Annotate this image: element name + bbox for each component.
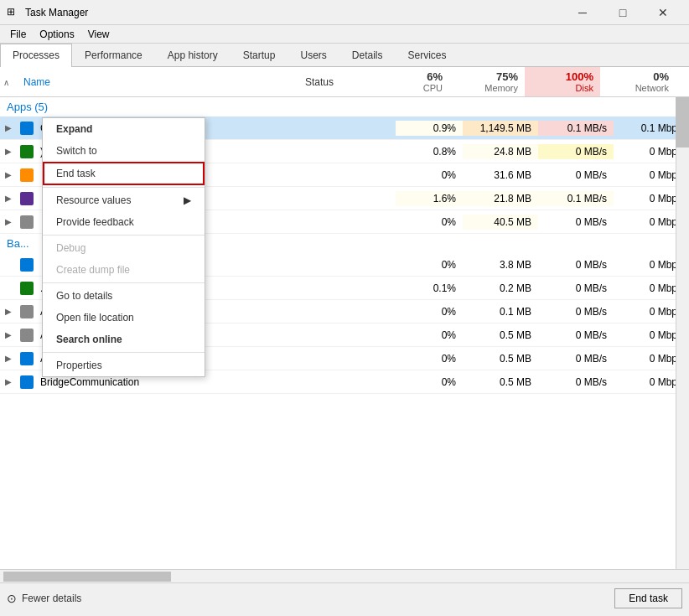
row-status-5 — [312, 220, 396, 224]
ctx-properties[interactable]: Properties — [43, 355, 205, 376]
ctx-open-file-location[interactable]: Open file location — [43, 307, 205, 329]
col-network-pct: 0% — [607, 70, 669, 83]
horizontal-scrollbar[interactable] — [0, 569, 689, 582]
app-icon-svc4 — [20, 375, 34, 389]
ctx-search-online[interactable]: Search online — [43, 329, 205, 350]
col-memory-pct: 75% — [456, 70, 518, 83]
row-disk-3: 0 MB/s — [538, 168, 614, 183]
ctx-provide-feedback[interactable]: Provide feedback — [43, 211, 205, 233]
app-icon: ⊞ — [7, 6, 20, 19]
app-icon-bg1 — [20, 258, 34, 272]
end-task-button[interactable]: End task — [614, 588, 682, 608]
tab-bar: Processes Performance App history Startu… — [0, 44, 689, 67]
row-expander[interactable]: ▶ — [0, 194, 17, 203]
row-status-svc2 — [312, 334, 396, 337]
tab-performance[interactable]: Performance — [72, 44, 155, 66]
ctx-separator-2 — [43, 235, 205, 236]
sort-arrow-col: ∧ — [0, 76, 17, 88]
fewer-details-button[interactable]: ⊙ Fewer details — [7, 592, 81, 605]
row-memory-4: 21.8 MB — [463, 191, 538, 206]
main-content: ∧ Name Status 6% CPU 75% Memory 100% Dis… — [0, 67, 689, 582]
tab-app-history[interactable]: App history — [155, 44, 231, 66]
row-status-2 — [312, 150, 396, 153]
bottom-bar: ⊙ Fewer details End task — [0, 582, 689, 613]
app-icon-svc1 — [20, 305, 34, 318]
ctx-switch-to[interactable]: Switch to — [43, 140, 205, 162]
ctx-expand[interactable]: Expand — [43, 118, 205, 140]
ctx-go-to-details[interactable]: Go to details — [43, 285, 205, 307]
ctx-resource-values[interactable]: Resource values ▶ — [43, 189, 205, 211]
tab-details[interactable]: Details — [339, 44, 396, 66]
apps-section-header: Apps (5) — [0, 97, 689, 116]
app-icon-5 — [20, 215, 34, 229]
app-icon-1 — [20, 122, 34, 135]
row-disk-bg1: 0 MB/s — [538, 257, 614, 272]
row-expander[interactable]: ▶ — [0, 170, 17, 179]
ctx-end-task[interactable]: End task — [43, 162, 205, 185]
fewer-details-icon: ⊙ — [7, 592, 17, 605]
minimize-button[interactable]: ─ — [563, 0, 602, 25]
col-status-header[interactable]: Status — [298, 73, 382, 91]
tab-processes[interactable]: Processes — [0, 44, 72, 67]
tab-startup[interactable]: Startup — [231, 44, 288, 66]
ctx-end-task-label: End task — [56, 168, 96, 179]
row-memory-3: 31.6 MB — [463, 168, 538, 183]
ctx-search-online-label: Search online — [56, 334, 122, 345]
menu-options[interactable]: Options — [33, 27, 80, 42]
col-cpu-pct: 6% — [389, 70, 443, 83]
row-disk-svc3: 0 MB/s — [538, 351, 614, 366]
vertical-scrollbar-track[interactable] — [676, 97, 689, 569]
row-memory-svc3: 0.5 MB — [463, 351, 538, 366]
col-cpu-label: CPU — [389, 83, 443, 93]
row-expander[interactable]: ▶ — [0, 354, 17, 363]
row-cpu-3: 0% — [396, 168, 463, 183]
row-cpu-svc2: 0% — [396, 328, 463, 343]
close-button[interactable]: ✕ — [644, 0, 682, 25]
row-cpu-4: 1.6% — [396, 191, 463, 206]
app-icon-4 — [20, 192, 34, 205]
row-expander[interactable]: ▶ — [0, 123, 17, 132]
vertical-scrollbar-thumb[interactable] — [676, 97, 689, 148]
row-status-bg1 — [312, 263, 396, 267]
window-controls: ─ □ ✕ — [563, 0, 682, 25]
menu-bar: File Options View — [0, 25, 689, 44]
col-memory-label: Memory — [456, 83, 518, 93]
row-disk-5: 0 MB/s — [538, 215, 614, 230]
col-disk-pct: 100% — [531, 70, 593, 83]
ctx-open-file-location-label: Open file location — [56, 312, 134, 324]
row-cpu-bg2: 0.1% — [396, 281, 463, 296]
col-cpu-header[interactable]: 6% CPU — [382, 67, 449, 96]
row-memory-2: 24.8 MB — [463, 144, 538, 159]
menu-file[interactable]: File — [3, 27, 33, 42]
row-disk-svc1: 0 MB/s — [538, 304, 614, 319]
tab-users[interactable]: Users — [288, 44, 339, 66]
ctx-switch-to-label: Switch to — [56, 145, 97, 157]
app-icon-2 — [20, 145, 34, 158]
row-status-svc4 — [312, 380, 396, 384]
row-memory-bg1: 3.8 MB — [463, 257, 538, 272]
col-disk-header[interactable]: 100% Disk — [525, 67, 600, 96]
row-expander[interactable]: ▶ — [0, 330, 17, 339]
row-expander[interactable]: ▶ — [0, 377, 17, 386]
row-cpu-1: 0.9% — [396, 121, 463, 136]
ctx-create-dump-label: Create dump file — [56, 264, 130, 276]
row-memory-svc4: 0.5 MB — [463, 375, 538, 390]
horizontal-scrollbar-thumb[interactable] — [3, 572, 171, 582]
ctx-provide-feedback-label: Provide feedback — [56, 216, 134, 228]
row-cpu-2: 0.8% — [396, 144, 463, 159]
column-headers: ∧ Name Status 6% CPU 75% Memory 100% Dis… — [0, 67, 689, 97]
row-expander[interactable]: ▶ — [0, 307, 17, 316]
row-expander[interactable]: ▶ — [0, 217, 17, 226]
col-memory-header[interactable]: 75% Memory — [449, 67, 525, 96]
row-expander[interactable]: ▶ — [0, 147, 17, 156]
row-status-1 — [312, 127, 396, 130]
menu-view[interactable]: View — [81, 27, 117, 42]
col-name-header[interactable]: Name — [17, 73, 298, 91]
col-network-header[interactable]: 0% Network — [600, 67, 676, 96]
tab-services[interactable]: Services — [396, 44, 459, 66]
ctx-expand-label: Expand — [56, 123, 92, 135]
maximize-button[interactable]: □ — [604, 0, 642, 25]
row-cpu-svc1: 0% — [396, 304, 463, 319]
row-disk-2: 0 MB/s — [538, 144, 614, 159]
row-cpu-5: 0% — [396, 215, 463, 230]
